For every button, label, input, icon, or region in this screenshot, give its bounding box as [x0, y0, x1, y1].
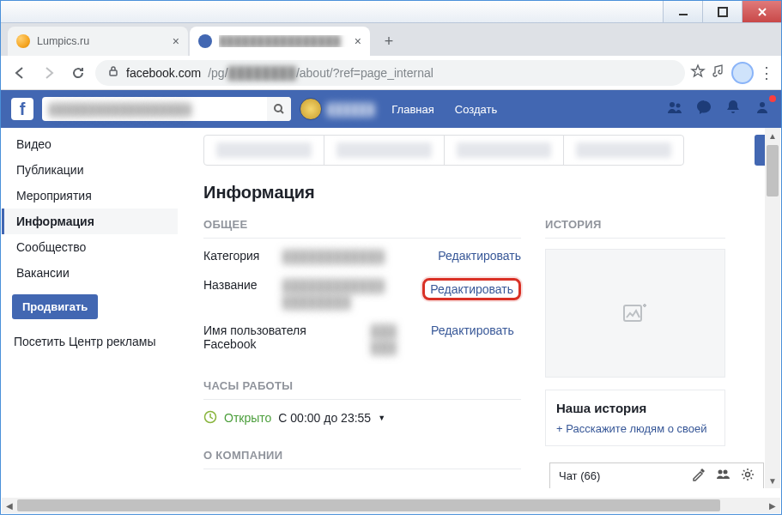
- url-field[interactable]: facebook.com/pg/████████/about/?ref=page…: [95, 60, 685, 86]
- promote-button[interactable]: Продвигать: [12, 294, 98, 319]
- image-plus-icon: [623, 303, 647, 323]
- hours-row[interactable]: Открыто С 00:00 до 23:55 ▼: [203, 410, 521, 426]
- clock-icon: [203, 410, 217, 426]
- window-minimize-button[interactable]: [663, 1, 702, 22]
- nav-back-button[interactable]: [8, 61, 32, 85]
- action-segment[interactable]: [204, 136, 324, 165]
- action-segment[interactable]: [564, 136, 683, 165]
- svg-point-9: [718, 470, 723, 475]
- bell-icon: [724, 99, 742, 116]
- edit-name-link[interactable]: Редактировать: [422, 278, 521, 300]
- fb-nav-home[interactable]: Главная: [383, 103, 442, 116]
- chevron-down-icon: ▼: [378, 414, 385, 422]
- svg-rect-0: [679, 14, 688, 15]
- page-sidebar: Видео Публикации Мероприятия Информация …: [2, 128, 178, 488]
- story-column: ИСТОРИЯ Наша история + Расскажите людям …: [545, 218, 725, 480]
- action-segment[interactable]: [445, 136, 565, 165]
- address-bar: facebook.com/pg/████████/about/?ref=page…: [1, 56, 781, 90]
- scroll-down-icon[interactable]: ▼: [765, 473, 780, 488]
- notifications-button[interactable]: [724, 99, 742, 120]
- group-icon[interactable]: [715, 468, 730, 484]
- label-username: Имя пользователя Facebook: [203, 323, 362, 351]
- friends-icon: [666, 99, 683, 116]
- tab-title: Lumpics.ru: [37, 35, 166, 47]
- nav-forward-button[interactable]: [37, 61, 61, 85]
- window-maximize-button[interactable]: [702, 1, 742, 22]
- horizontal-scrollbar[interactable]: ◀ ▶: [2, 498, 780, 513]
- window-close-button[interactable]: [742, 1, 781, 22]
- svg-point-10: [724, 470, 728, 475]
- scroll-thumb[interactable]: [17, 499, 720, 511]
- story-card: Наша история + Расскажите людям о своей: [545, 390, 725, 446]
- sidebar-item-video[interactable]: Видео: [2, 131, 178, 157]
- browser-tab-lumpics[interactable]: Lumpics.ru ×: [8, 27, 188, 56]
- url-path: /pg/████████/about/?ref=page_internal: [208, 66, 433, 80]
- sidebar-item-posts[interactable]: Публикации: [2, 157, 178, 183]
- quick-help-button[interactable]: [754, 99, 771, 120]
- star-icon: [690, 63, 706, 79]
- story-tell-link[interactable]: + Расскажите людям о своей: [556, 422, 714, 435]
- story-image-placeholder[interactable]: [545, 249, 725, 378]
- edit-username-link[interactable]: Редактировать: [431, 323, 514, 337]
- compose-icon[interactable]: [691, 468, 705, 484]
- svg-rect-1: [718, 8, 727, 16]
- tab-close-icon[interactable]: ×: [173, 34, 179, 48]
- nav-reload-button[interactable]: [66, 61, 90, 85]
- search-icon[interactable]: [267, 97, 291, 121]
- story-card-title: Наша история: [556, 401, 714, 415]
- arrow-right-icon: [41, 65, 57, 81]
- fb-header: f ██████████████████ ██████ Главная Созд…: [1, 90, 781, 128]
- label-category: Категория: [203, 249, 274, 263]
- browser-menu-button[interactable]: ⋮: [759, 63, 774, 82]
- fb-nav-create[interactable]: Создать: [446, 103, 506, 116]
- bookmark-button[interactable]: [690, 63, 706, 82]
- chat-panel[interactable]: Чат (66): [549, 462, 764, 488]
- sidebar-item-about[interactable]: Информация: [2, 209, 178, 234]
- sidebar-item-community[interactable]: Сообщество: [2, 234, 178, 260]
- page-title: Информация: [203, 183, 780, 203]
- tab-close-icon[interactable]: ×: [355, 34, 361, 48]
- url-domain: facebook.com: [126, 66, 201, 80]
- fb-search-placeholder: ██████████████████: [49, 103, 267, 116]
- general-column: ОБЩЕЕ Категория ████████████ Редактирова…: [203, 218, 521, 480]
- tab-strip: Lumpics.ru × ████████████████ × +: [1, 23, 781, 56]
- chat-label: Чат (66): [559, 469, 681, 482]
- window-titlebar: [1, 1, 781, 23]
- sidebar-item-events[interactable]: Мероприятия: [2, 183, 178, 209]
- page-content: Видео Публикации Мероприятия Информация …: [2, 128, 780, 488]
- minimize-icon: [678, 7, 688, 17]
- svg-point-3: [275, 105, 282, 112]
- value-category: ████████████: [282, 249, 429, 266]
- fb-nav: Главная Создать: [383, 103, 506, 116]
- tab-title: ████████████████: [219, 35, 348, 47]
- scroll-thumb[interactable]: [767, 145, 779, 196]
- scroll-up-icon[interactable]: ▲: [765, 128, 780, 143]
- svg-point-11: [746, 473, 750, 477]
- fb-profile-link[interactable]: ██████: [300, 98, 374, 120]
- profile-button[interactable]: [731, 62, 754, 84]
- ad-center-link[interactable]: Посетить Центр рекламы: [2, 328, 178, 355]
- edit-category-link[interactable]: Редактировать: [438, 249, 521, 263]
- gear-icon[interactable]: [741, 468, 755, 484]
- media-button[interactable]: [711, 63, 726, 82]
- favicon-icon: [198, 34, 212, 48]
- label-name: Название: [203, 278, 274, 292]
- browser-tab-facebook[interactable]: ████████████████ ×: [190, 27, 370, 56]
- new-tab-button[interactable]: +: [377, 29, 401, 53]
- svg-rect-2: [110, 70, 117, 76]
- avatar-icon: [300, 98, 322, 120]
- messenger-button[interactable]: [695, 99, 712, 120]
- scroll-right-icon[interactable]: ▶: [765, 498, 780, 513]
- svg-point-4: [670, 102, 675, 107]
- section-general-heading: ОБЩЕЕ: [203, 218, 521, 239]
- vertical-scrollbar[interactable]: ▲ ▼: [765, 128, 780, 488]
- action-segment[interactable]: [324, 136, 445, 165]
- fb-search-input[interactable]: ██████████████████: [42, 97, 291, 121]
- friend-requests-button[interactable]: [666, 99, 683, 120]
- music-note-icon: [711, 63, 726, 79]
- sidebar-item-jobs[interactable]: Вакансии: [2, 260, 178, 286]
- fb-logo-icon[interactable]: f: [11, 98, 33, 120]
- svg-point-6: [760, 102, 765, 107]
- arrow-left-icon: [12, 65, 27, 81]
- scroll-left-icon[interactable]: ◀: [2, 498, 17, 513]
